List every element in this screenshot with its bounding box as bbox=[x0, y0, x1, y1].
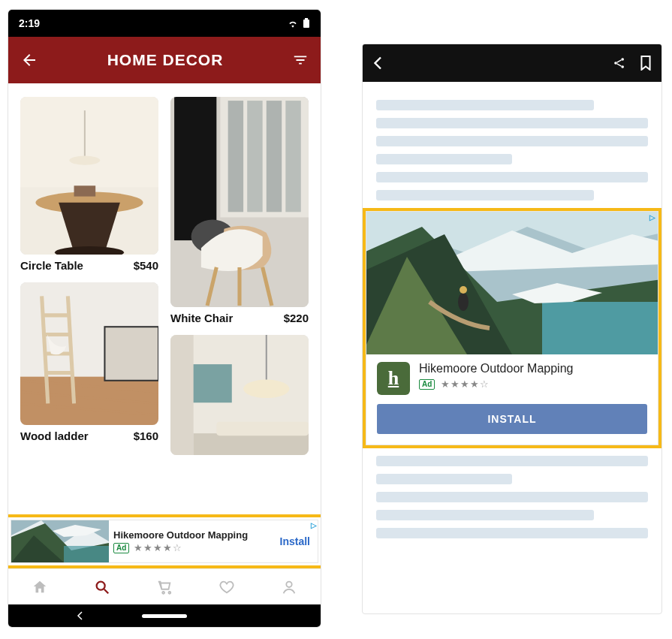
svg-point-48 bbox=[287, 581, 292, 586]
share-icon[interactable] bbox=[612, 56, 627, 71]
svg-rect-23 bbox=[174, 97, 216, 240]
svg-rect-0 bbox=[303, 20, 309, 28]
battery-icon bbox=[303, 18, 310, 29]
adchoices-icon[interactable]: ▷ bbox=[649, 213, 655, 222]
phone-home-decor: 2:19 HOME DECOR bbox=[8, 9, 321, 628]
svg-point-60 bbox=[458, 293, 469, 311]
product-card-white-chair[interactable]: White Chair $220 bbox=[170, 97, 309, 324]
svg-point-46 bbox=[96, 581, 104, 589]
text-skeleton bbox=[376, 492, 648, 502]
svg-rect-39 bbox=[216, 422, 309, 436]
svg-point-51 bbox=[621, 65, 624, 68]
text-skeleton bbox=[376, 136, 648, 146]
ad-badge: Ad bbox=[113, 543, 129, 553]
tab-search-icon[interactable] bbox=[94, 579, 110, 595]
app-bar: HOME DECOR bbox=[8, 37, 321, 83]
product-card-wood-ladder[interactable]: Wood ladder $160 bbox=[20, 282, 158, 442]
article-topbar bbox=[363, 44, 661, 82]
svg-rect-45 bbox=[64, 546, 109, 562]
product-card-circle-table[interactable]: Circle Table $540 bbox=[20, 97, 158, 272]
back-icon[interactable] bbox=[372, 56, 385, 70]
svg-line-53 bbox=[617, 64, 622, 66]
phone-article: ▷ h Hikemoore Outdoor Mapping Ad ★★★★☆ bbox=[362, 44, 662, 614]
ad-title: Hikemoore Outdoor Mapping bbox=[419, 362, 573, 375]
ad-install-button[interactable]: INSTALL bbox=[377, 404, 647, 434]
product-meta: Circle Table $540 bbox=[20, 259, 158, 272]
ad-title: Hikemoore Outdoor Mapping bbox=[113, 529, 276, 541]
svg-line-52 bbox=[617, 60, 622, 62]
svg-rect-20 bbox=[104, 327, 158, 381]
product-name: White Chair bbox=[170, 312, 233, 324]
svg-rect-6 bbox=[84, 110, 86, 156]
tab-profile-icon[interactable] bbox=[281, 579, 297, 595]
text-skeleton bbox=[376, 510, 594, 520]
android-nav-bar bbox=[8, 604, 321, 627]
article-body: ▷ h Hikemoore Outdoor Mapping Ad ★★★★☆ bbox=[363, 82, 661, 556]
svg-rect-8 bbox=[74, 185, 96, 196]
ad-badge: Ad bbox=[419, 379, 435, 390]
status-bar: 2:19 bbox=[8, 10, 321, 37]
svg-rect-1 bbox=[305, 18, 308, 20]
svg-rect-3 bbox=[20, 97, 158, 187]
nav-back-icon[interactable] bbox=[76, 611, 85, 620]
text-skeleton bbox=[376, 172, 648, 182]
svg-rect-26 bbox=[247, 101, 262, 212]
text-skeleton bbox=[376, 100, 594, 110]
svg-line-47 bbox=[104, 589, 109, 593]
page-title: HOME DECOR bbox=[107, 51, 224, 69]
wifi-icon bbox=[288, 19, 298, 28]
text-skeleton bbox=[376, 118, 648, 128]
product-image bbox=[20, 282, 158, 425]
svg-point-7 bbox=[69, 155, 100, 164]
product-card-partial[interactable] bbox=[170, 335, 309, 455]
ad-install-button[interactable]: Install bbox=[280, 535, 318, 547]
product-image bbox=[170, 97, 309, 307]
product-grid: Circle Table $540 bbox=[8, 83, 321, 627]
product-meta: White Chair $220 bbox=[170, 312, 309, 324]
ad-highlight-frame: Hikemoore Outdoor Mapping Ad ★★★★☆ Insta… bbox=[8, 514, 321, 568]
status-time: 2:19 bbox=[19, 17, 40, 29]
ad-rating: ★★★★☆ bbox=[441, 378, 489, 390]
ad-rating: ★★★★☆ bbox=[134, 542, 182, 553]
bottom-nav bbox=[8, 568, 321, 604]
svg-point-61 bbox=[460, 286, 467, 294]
ad-highlight-frame: ▷ h Hikemoore Outdoor Mapping Ad ★★★★☆ bbox=[363, 208, 661, 448]
text-skeleton bbox=[376, 456, 648, 466]
product-price: $220 bbox=[284, 312, 309, 324]
text-skeleton bbox=[376, 190, 594, 200]
ad-image: ▷ bbox=[366, 212, 658, 354]
product-image bbox=[170, 335, 309, 455]
nav-home-pill[interactable] bbox=[142, 614, 187, 618]
svg-rect-35 bbox=[170, 335, 194, 455]
product-price: $160 bbox=[134, 430, 158, 442]
product-name: Circle Table bbox=[20, 259, 83, 272]
filter-icon[interactable] bbox=[292, 52, 309, 68]
text-skeleton bbox=[376, 528, 648, 538]
product-name: Wood ladder bbox=[20, 430, 89, 442]
status-icons bbox=[288, 18, 310, 29]
ad-image bbox=[11, 520, 109, 562]
native-ad[interactable]: ▷ h Hikemoore Outdoor Mapping Ad ★★★★☆ bbox=[366, 211, 658, 445]
back-icon[interactable] bbox=[20, 51, 38, 69]
tab-home-icon[interactable] bbox=[32, 579, 48, 595]
svg-rect-62 bbox=[542, 302, 658, 354]
svg-point-36 bbox=[243, 380, 289, 399]
adchoices-icon[interactable]: ▷ bbox=[311, 521, 317, 529]
svg-rect-28 bbox=[285, 101, 300, 212]
svg-rect-27 bbox=[267, 101, 282, 212]
svg-point-49 bbox=[614, 62, 617, 65]
product-meta: Wood ladder $160 bbox=[20, 430, 158, 442]
product-price: $540 bbox=[134, 259, 158, 272]
banner-ad[interactable]: Hikemoore Outdoor Mapping Ad ★★★★☆ Insta… bbox=[11, 520, 318, 563]
svg-rect-38 bbox=[194, 433, 309, 455]
text-skeleton bbox=[376, 474, 512, 484]
svg-point-50 bbox=[621, 58, 624, 61]
tab-cart-icon[interactable] bbox=[156, 579, 173, 595]
product-image bbox=[20, 97, 158, 255]
ad-app-icon: h bbox=[377, 362, 410, 395]
text-skeleton bbox=[376, 154, 512, 164]
tab-favorites-icon[interactable] bbox=[218, 579, 235, 595]
bookmark-icon[interactable] bbox=[639, 56, 652, 71]
svg-rect-25 bbox=[228, 101, 243, 212]
